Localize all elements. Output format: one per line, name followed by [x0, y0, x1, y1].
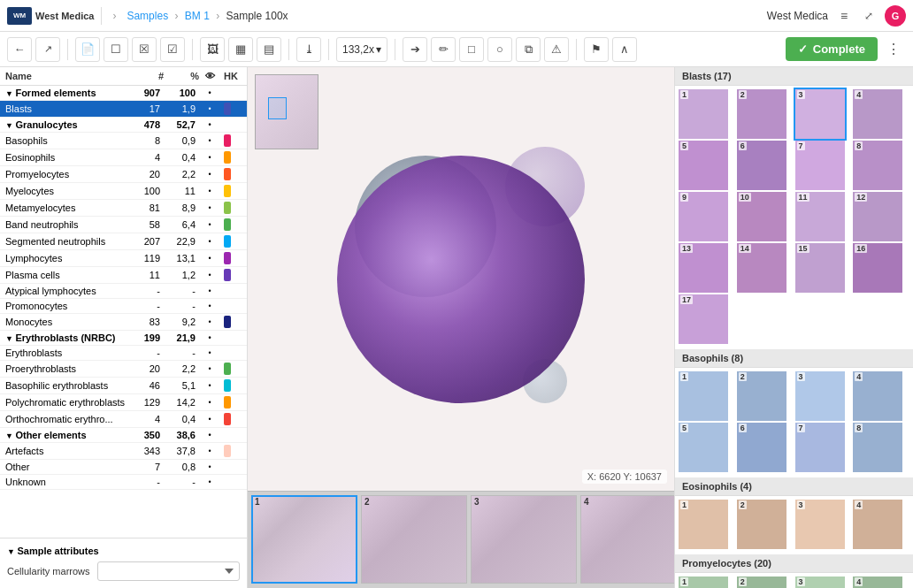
table-row[interactable]: Blasts171,9• — [0, 101, 247, 118]
table-row[interactable]: Segmented neutrophils20722,9• — [0, 233, 247, 250]
cell-thumbnail[interactable]: 6 — [737, 141, 786, 190]
table-row[interactable]: Orthochromatic erythro...40,4• — [0, 411, 247, 428]
cell-thumbnail[interactable]: 14 — [737, 243, 786, 293]
rect-button[interactable]: □ — [459, 37, 484, 62]
external-link-button[interactable]: ↗ — [35, 37, 60, 62]
layers-button[interactable]: ⧉ — [516, 37, 541, 62]
table-row[interactable]: Artefacts34337,8• — [0, 443, 247, 460]
thumbnail-item[interactable]: 4 — [580, 495, 674, 584]
cell-thumbnail[interactable]: 7 — [795, 423, 845, 472]
circle-button[interactable]: ○ — [487, 37, 512, 62]
view-button-2[interactable]: ▦ — [228, 37, 253, 62]
cell-thumbnail[interactable]: 10 — [737, 192, 786, 241]
layout-1-button[interactable]: ☐ — [104, 37, 128, 62]
cell-thumbnail[interactable]: 1 — [679, 577, 728, 588]
table-row[interactable]: Granulocytes47852,7• — [0, 118, 247, 133]
table-row[interactable]: Unknown--• — [0, 475, 247, 490]
table-row[interactable]: Eosinophils40,4• — [0, 149, 247, 166]
cell-thumbnail[interactable]: 5 — [679, 423, 728, 472]
cell-thumbnail[interactable]: 9 — [679, 192, 728, 241]
table-row[interactable]: Erythroblasts--• — [0, 346, 247, 361]
cell-thumbnail[interactable]: 4 — [853, 89, 902, 139]
thumbnail-item[interactable]: 1 — [251, 495, 357, 584]
table-row[interactable]: Proerythroblasts202,2• — [0, 361, 247, 378]
breadcrumb-bm1[interactable]: BM 1 — [185, 10, 210, 22]
cell-thumbnail[interactable]: 2 — [737, 371, 786, 421]
cell-thumbnail[interactable]: 7 — [795, 141, 845, 190]
layout-2-button[interactable]: ☒ — [132, 37, 157, 62]
cell-thumbnail[interactable]: 16 — [853, 243, 902, 293]
cell-number: 4 — [855, 90, 863, 99]
document-button[interactable]: 📄 — [75, 37, 100, 62]
table-row[interactable]: Plasma cells111,2• — [0, 267, 247, 284]
cell-number: 2 — [739, 500, 747, 509]
cell-thumbnail[interactable]: 17 — [679, 294, 728, 344]
back-button[interactable]: ← — [7, 37, 32, 62]
table-row[interactable]: Metamyelocytes818,9• — [0, 200, 247, 217]
table-row[interactable]: Promonocytes--• — [0, 299, 247, 314]
table-row[interactable]: Other70,8• — [0, 460, 247, 475]
expand-icon[interactable]: ⤢ — [860, 7, 878, 25]
view-button-1[interactable]: 🖼 — [200, 37, 225, 62]
menu-icon[interactable]: ≡ — [835, 7, 853, 25]
cell-thumbnail[interactable]: 4 — [853, 577, 902, 588]
cell-thumbnail[interactable]: 1 — [679, 371, 728, 421]
row-color-indicator — [224, 151, 231, 164]
table-row[interactable]: Band neutrophils586,4• — [0, 217, 247, 233]
zoom-control[interactable]: 133,2x ▾ — [336, 37, 387, 62]
table-row[interactable]: Promyelocytes202,2• — [0, 166, 247, 183]
flag-button[interactable]: ⚑ — [584, 37, 609, 62]
table-row[interactable]: Lymphocytes11913,1• — [0, 250, 247, 267]
cell-thumbnail[interactable]: 4 — [853, 371, 902, 421]
cell-thumbnail[interactable]: 6 — [737, 423, 786, 472]
warning-button[interactable]: ⚠ — [544, 37, 569, 62]
viewer-area[interactable]: X: 6620 Y: 10637 — [248, 67, 674, 491]
cell-thumbnail[interactable]: 3 — [795, 89, 845, 139]
table-row[interactable]: Other elements35038,6• — [0, 428, 247, 443]
cellularity-select[interactable] — [97, 561, 240, 581]
row-count: 81 — [128, 202, 164, 213]
cell-thumbnail[interactable]: 13 — [679, 243, 728, 293]
table-row[interactable]: Formed elements907100• — [0, 86, 247, 101]
table-row[interactable]: Myelocytes10011• — [0, 183, 247, 200]
table-row[interactable]: Basophilic erythroblasts465,1• — [0, 378, 247, 394]
cell-thumbnail[interactable]: 1 — [679, 500, 728, 549]
cell-thumbnail[interactable]: 3 — [795, 371, 845, 421]
filter-button[interactable]: ∧ — [612, 37, 637, 62]
cell-thumbnail[interactable]: 2 — [737, 89, 786, 139]
thumbnail-item[interactable]: 2 — [361, 495, 467, 584]
user-avatar[interactable]: G — [885, 5, 906, 27]
cell-thumbnail[interactable]: 11 — [795, 192, 845, 241]
download-button[interactable]: ⤓ — [296, 37, 321, 62]
cell-thumbnail[interactable]: 2 — [737, 500, 786, 549]
layout-3-button[interactable]: ☑ — [160, 37, 185, 62]
pen-button[interactable]: ✏ — [431, 37, 456, 62]
cell-thumbnail[interactable]: 4 — [853, 500, 902, 549]
table-row[interactable]: Erythroblasts (NRBC)19921,9• — [0, 331, 247, 346]
breadcrumb-samples[interactable]: Samples — [127, 10, 168, 22]
cell-thumbnail[interactable]: 15 — [795, 243, 845, 293]
row-name: Blasts — [5, 103, 128, 114]
row-name: Promyelocytes — [5, 169, 128, 179]
row-eye-dot: • — [199, 477, 220, 486]
more-options-button[interactable]: ⋮ — [881, 37, 906, 62]
table-row[interactable]: Monocytes839,2• — [0, 314, 247, 331]
cell-thumbnail[interactable]: 2 — [737, 577, 786, 588]
cell-thumbnail[interactable]: 12 — [853, 192, 902, 241]
cell-circle-visual — [861, 199, 895, 233]
table-row[interactable]: Basophils80,9• — [0, 133, 247, 149]
cell-thumbnail[interactable]: 1 — [679, 89, 728, 139]
table-row[interactable]: Atypical lymphocytes--• — [0, 284, 247, 299]
cell-thumbnail[interactable]: 8 — [853, 423, 902, 472]
row-count: 20 — [128, 363, 164, 374]
thumbnail-item[interactable]: 3 — [471, 495, 577, 584]
row-percent: 1,2 — [164, 270, 199, 280]
cell-thumbnail[interactable]: 5 — [679, 141, 728, 190]
cell-thumbnail[interactable]: 3 — [795, 577, 845, 588]
cursor-button[interactable]: ➔ — [403, 37, 427, 62]
cell-thumbnail[interactable]: 8 — [853, 141, 902, 190]
table-row[interactable]: Polychromatic erythroblasts12914,2• — [0, 394, 247, 411]
view-button-3[interactable]: ▤ — [257, 37, 281, 62]
complete-button[interactable]: ✓ Complete — [786, 37, 878, 61]
cell-thumbnail[interactable]: 3 — [795, 500, 845, 549]
